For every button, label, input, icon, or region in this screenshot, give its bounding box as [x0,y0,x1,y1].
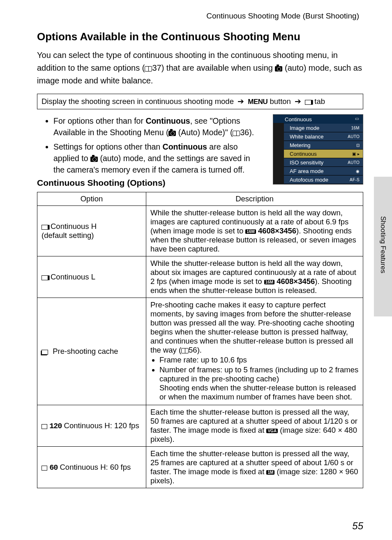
bullet-bold: Continuous [145,116,190,125]
intro-ref: 37 [152,63,161,72]
desc-text: Number of frames: up to 5 frames (includ… [159,365,358,383]
option-cell: Pre-shooting cache [37,298,146,405]
bullet-text: Settings for options other than [53,142,163,151]
nav-text-b: button [267,97,293,106]
desc-bold: 4608×3456 [274,277,315,286]
menu-item: Image mode16M [273,124,363,132]
table-row: Continuous H (default setting) While the… [37,206,363,256]
menu-title-text: Continuous [285,116,312,122]
desc-text: Pre-shooting cache makes it easy to capt… [150,300,354,354]
arrow-icon: ➔ [293,97,303,106]
nav-text-c: tab [312,97,325,106]
menu-item-badge: ⊡ [356,143,360,148]
desc-text: ). [197,346,202,354]
bullet-text: (Auto) Mode)" ( [176,128,233,137]
menu-item-label: Continuous [290,151,317,157]
continuous-h-icon [42,225,48,230]
camera-menu-screenshot: Continuous ▭ Image mode16MWhite balanceA… [273,114,363,185]
option-label: Continuous H: 60 fps [60,463,131,471]
resolution-icon: VGA [266,429,278,433]
description-cell: Pre-shooting cache makes it easy to capt… [146,298,363,405]
battery-icon: ▭ [355,116,359,121]
menu-item-badge: AUTO [348,134,360,139]
bullet-item: Settings for options other than Continuo… [53,141,255,176]
menu-item-badge: AUTO [348,160,360,165]
continuous-l-icon [42,275,48,280]
menu-item: ISO sensitivityAUTO [273,158,363,167]
camera-icon [168,131,176,136]
page-number: 55 [352,520,363,532]
table-row: 60 Continuous H: 60 fps Each time the sh… [37,447,363,488]
menu-item: Autofocus modeAF-S [273,175,363,184]
menu-item-badge: ◉ [356,169,360,173]
option-sublabel: (default setting) [42,231,94,240]
table-header-description: Description [146,192,363,206]
description-cell: Each time the shutter-release button is … [146,405,363,447]
hs-number: 60 [49,464,58,472]
side-tab-label: Shooting Features [379,216,387,273]
book-icon [145,66,152,72]
resolution-icon: 1M [266,470,274,475]
option-label: Continuous H: 120 fps [64,421,139,430]
menu-button-label: MENU [248,98,267,106]
description-cell: While the shutter-release button is held… [146,256,363,298]
menu-item: Continuous▣ ▸ [273,150,363,158]
menu-item: Metering⊡ [273,141,363,150]
menu-item: White balanceAUTO [273,132,363,141]
camera-icon [90,157,98,162]
pre-shooting-cache-icon [42,350,48,355]
table-row: 120 Continuous H: 120 fps Each time the … [37,405,363,447]
option-label: Continuous L [51,272,95,281]
option-cell: Continuous L [37,256,146,298]
running-head: Continuous Shooting Mode (Burst Shooting… [37,12,363,21]
desc-text: Shooting ends when the shutter-release b… [159,383,356,401]
menu-item-badge: ▣ ▸ [352,152,360,156]
menu-item-label: ISO sensitivity [290,159,323,166]
bullet-bold: Continuous [163,142,207,151]
menu-item: AF area mode◉ [273,167,363,175]
bullet-text: For options other than for [53,116,145,125]
option-cell: 60 Continuous H: 60 fps [37,447,146,488]
side-tab: Shooting Features [374,177,392,316]
menu-item-badge: AF-S [350,178,360,182]
bullet-list: For options other than for Continuous, s… [44,115,262,175]
description-cell: Each time the shutter-release button is … [146,447,363,488]
burst-tab-icon [305,100,311,105]
menu-item-badge: 16M [351,126,360,130]
menu-path-box: Display the shooting screen in continuou… [37,94,363,109]
options-table: Option Description Continuous H (default… [37,192,363,488]
camera-icon [275,66,282,72]
hs-frame-icon [42,466,47,471]
desc-list-item: Frame rate: up to 10.6 fps [159,355,359,365]
option-label: Continuous H [51,222,97,231]
desc-bold: 4608×3456 [256,226,296,235]
intro-paragraph: You can select the type of continuous sh… [37,49,363,87]
book-icon [233,131,240,136]
option-cell: 120 Continuous H: 120 fps [37,405,146,447]
menu-item-label: Autofocus mode [290,177,328,183]
arrow-icon: ➔ [236,97,246,106]
option-cell: Continuous H (default setting) [37,206,146,256]
option-label: Pre-shooting cache [53,347,118,355]
menu-left-rail [273,123,284,184]
table-header-option: Option [37,192,146,206]
desc-list-item: Number of frames: up to 5 frames (includ… [159,365,359,402]
table-row: Pre-shooting cache Pre-shooting cache ma… [37,298,363,405]
desc-ref: 56 [189,346,197,354]
hs-number: 120 [49,422,62,431]
resolution-icon: 16M [245,229,256,234]
section-title: Options Available in the Continuous Shoo… [37,30,363,43]
intro-text-b: ) that are available when using [161,63,275,72]
menu-item-label: Metering [290,142,311,148]
menu-item-label: AF area mode [290,168,323,174]
bullet-item: For options other than for Continuous, s… [53,115,255,138]
resolution-icon: 16M [264,280,274,284]
bullet-text: ). [249,128,254,137]
description-cell: While the shutter-release button is held… [146,206,363,256]
book-icon [181,348,189,353]
table-row: Continuous L While the shutter-release b… [37,256,363,298]
menu-item-label: Image mode [290,125,319,131]
hs-frame-icon [42,424,47,429]
menu-item-label: White balance [290,134,323,140]
menu-screenshot-title: Continuous ▭ [273,115,363,124]
